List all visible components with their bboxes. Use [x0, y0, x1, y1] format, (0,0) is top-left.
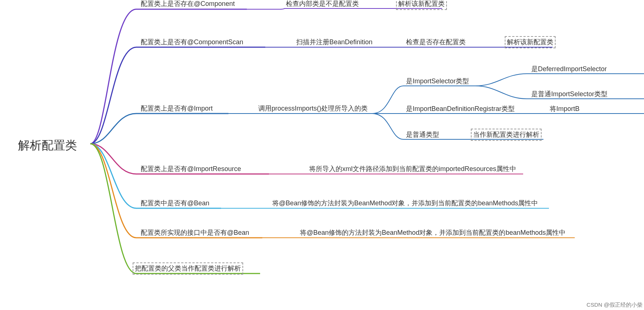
node-process-imports[interactable]: 调用processImports()处理所导入的类	[257, 103, 369, 114]
branch-import-resource[interactable]: 配置类上是否有@ImportResource	[139, 164, 242, 174]
branch-bean[interactable]: 配置类中是否有@Bean	[139, 198, 211, 209]
node-label: 调用processImports()处理所导入的类	[257, 103, 369, 114]
node-label: 扫描并注册BeanDefinition	[295, 37, 374, 48]
mindmap-canvas: 解析配置类 配置类上是否存在@Component 检查内部类是不是配置类 解析该…	[0, 0, 644, 310]
node-normal-import-selector[interactable]: 是普通ImportSelector类型	[530, 89, 609, 100]
watermark: CSDN @假正经的小柴	[587, 302, 643, 309]
branch-parent-class[interactable]: 把配置类的父类当作配置类进行解析	[133, 262, 243, 275]
node-label: 配置类上是否有@Import	[139, 103, 214, 114]
node-import-selector[interactable]: 是ImportSelector类型	[405, 76, 470, 87]
node-label: 配置类所实现的接口中是否有@Bean	[139, 227, 251, 238]
node-label: 将@Bean修饰的方法封装为BeanMethod对象，并添加到当前配置类的bea…	[271, 198, 539, 209]
node-scan-register-bd[interactable]: 扫描并注册BeanDefinition	[295, 37, 374, 48]
node-parse-new-config-1[interactable]: 解析该新配置类	[396, 0, 447, 10]
node-label: 配置类上是否有@ComponentScan	[139, 37, 245, 48]
node-label: 当作新配置类进行解析	[471, 129, 542, 141]
node-label: 是普通类型	[405, 129, 441, 140]
node-interface-bean-detail[interactable]: 将@Bean修饰的方法封装为BeanMethod对象，并添加到当前配置类的bea…	[298, 227, 567, 238]
node-label: 是DeferredImportSelector	[530, 64, 608, 74]
node-label: 配置类上是否存在@Component	[139, 0, 236, 9]
node-normal-type[interactable]: 是普通类型	[405, 129, 441, 140]
node-import-bd-registrar[interactable]: 是ImportBeanDefinitionRegistrar类型	[405, 104, 516, 114]
node-label: 将@Bean修饰的方法封装为BeanMethod对象，并添加到当前配置类的bea…	[298, 227, 567, 238]
node-label: 将ImportB	[548, 104, 581, 114]
node-label: 检查内部类是不是配置类	[284, 0, 360, 9]
node-label: 解析该新配置类	[505, 36, 556, 48]
node-label: 配置类中是否有@Bean	[139, 198, 211, 209]
node-import-registrar-child[interactable]: 将ImportB	[548, 104, 581, 114]
node-check-config-exists[interactable]: 检查是否存在配置类	[405, 37, 467, 48]
node-label: 把配置类的父类当作配置类进行解析	[133, 262, 243, 275]
node-label: 检查是否存在配置类	[405, 37, 467, 48]
branch-interface-bean[interactable]: 配置类所实现的接口中是否有@Bean	[139, 227, 251, 238]
branch-component-scan[interactable]: 配置类上是否有@ComponentScan	[139, 37, 245, 48]
node-treat-as-new-config[interactable]: 当作新配置类进行解析	[471, 129, 542, 141]
root-node[interactable]: 解析配置类	[17, 136, 78, 154]
node-bean-detail[interactable]: 将@Bean修饰的方法封装为BeanMethod对象，并添加到当前配置类的bea…	[271, 198, 539, 209]
node-label: 解析该新配置类	[396, 0, 447, 10]
branch-import[interactable]: 配置类上是否有@Import	[139, 103, 214, 114]
root-label: 解析配置类	[17, 136, 78, 154]
node-label: 是普通ImportSelector类型	[530, 89, 609, 100]
node-check-inner-class[interactable]: 检查内部类是不是配置类	[284, 0, 360, 9]
node-deferred-import-selector[interactable]: 是DeferredImportSelector	[530, 64, 608, 74]
node-label: 将所导入的xml文件路径添加到当前配置类的importedResources属性…	[308, 164, 518, 174]
node-import-resource-detail[interactable]: 将所导入的xml文件路径添加到当前配置类的importedResources属性…	[308, 164, 518, 174]
node-label: 是ImportBeanDefinitionRegistrar类型	[405, 104, 516, 114]
node-label: 配置类上是否有@ImportResource	[139, 164, 242, 174]
node-parse-new-config-2[interactable]: 解析该新配置类	[505, 36, 556, 48]
node-label: 是ImportSelector类型	[405, 76, 470, 87]
branch-component[interactable]: 配置类上是否存在@Component	[139, 0, 236, 9]
